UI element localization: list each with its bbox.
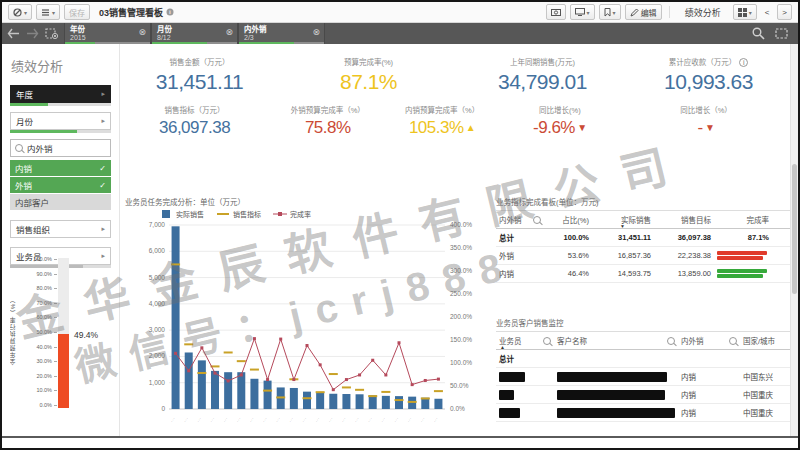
clear-selections-icon[interactable]: [45, 28, 58, 39]
bar-actual-sales[interactable]: [172, 226, 180, 409]
clear-filter-icon[interactable]: ⊗: [138, 27, 146, 37]
rate-point-marker[interactable]: [292, 378, 295, 381]
column-header-客户名称[interactable]: 客户名称: [554, 332, 678, 350]
rate-point-marker[interactable]: [187, 369, 190, 372]
cell-dimension[interactable]: 外销: [496, 247, 548, 265]
kpi-kpi_row1-1[interactable]: 销售金额（万元）31,451.11: [120, 56, 279, 94]
column-header-内外销[interactable]: 内外销: [678, 332, 740, 350]
cell-dimension[interactable]: 内销: [496, 265, 548, 283]
bar-actual-sales[interactable]: [211, 371, 219, 409]
list-menu-button[interactable]: ▾: [36, 4, 60, 20]
target-dash-marker[interactable]: [303, 397, 312, 399]
kpi-kpi_row1-3[interactable]: 上年同期销售(万元)34,799.01: [458, 56, 627, 94]
rate-point-marker[interactable]: [174, 352, 177, 355]
table-row[interactable]: 总计100.0%31,451.1136,097.3887.1%34,799.01: [496, 229, 800, 247]
target-dash-marker[interactable]: [329, 373, 338, 375]
search-icon[interactable]: [667, 337, 675, 345]
cell-salesperson[interactable]: [496, 404, 554, 422]
cell-type[interactable]: 内销: [678, 368, 740, 386]
rate-point-marker[interactable]: [319, 363, 322, 366]
bar-actual-sales[interactable]: [434, 399, 442, 409]
storytelling-button[interactable]: ▾: [570, 4, 595, 20]
bar-actual-sales[interactable]: [329, 394, 337, 409]
column-header-完成率[interactable]: 完成率: [714, 211, 772, 229]
filter-option-内部客户[interactable]: 内部客户: [10, 194, 111, 210]
search-icon[interactable]: [729, 337, 737, 345]
cell-type[interactable]: 内销: [678, 386, 740, 404]
target-dash-marker[interactable]: [250, 369, 259, 371]
target-completion-table[interactable]: 内外销占比(%)实际销售▼销售目标完成率上年同期总计100.0%31,451.1…: [496, 210, 800, 283]
filter-year[interactable]: 年度 ▸: [10, 85, 111, 103]
target-dash-marker[interactable]: [408, 401, 417, 403]
bookmarks-button[interactable]: ▾: [599, 4, 621, 20]
rate-point-marker[interactable]: [266, 378, 269, 381]
annual-budget-gauge[interactable]: 全年预算执行率（%） 100.0%90.0%80.0%70.0%60.0%50.…: [6, 256, 116, 426]
save-button[interactable]: 保存: [64, 4, 90, 20]
clear-filter-icon[interactable]: ⊗: [225, 27, 233, 37]
sheet-list-button[interactable]: ▾: [733, 4, 757, 20]
target-dash-marker[interactable]: [276, 396, 285, 398]
target-dash-marker[interactable]: [237, 360, 246, 362]
cell-customer-name[interactable]: [554, 368, 678, 386]
rate-point-marker[interactable]: [279, 338, 282, 341]
kpi-kpi_row2-3[interactable]: 内销预算完成率（%）105.3% ▲: [386, 104, 497, 138]
kpi-kpi_row2-1[interactable]: 销售指标（万元）36,097.38: [120, 104, 269, 138]
smart-search-icon[interactable]: [752, 27, 765, 40]
target-dash-marker[interactable]: [316, 391, 325, 393]
column-header-内外销[interactable]: 内外销: [496, 211, 548, 229]
cell-customer-name[interactable]: [554, 350, 678, 368]
bar-actual-sales[interactable]: [342, 394, 350, 409]
cell-salesperson[interactable]: 总计: [496, 350, 554, 368]
target-dash-marker[interactable]: [224, 351, 233, 353]
table-row[interactable]: 内销中国重庆: [496, 386, 800, 404]
target-dash-marker[interactable]: [395, 399, 404, 401]
salesperson-task-chart[interactable]: 业务员任务完成分析：单位（万元） 实际销售销售指标完成率 01,0002,000…: [125, 196, 493, 436]
filter-option-外销[interactable]: 外销✓: [10, 177, 111, 193]
selection-chip-月份[interactable]: 月份8/12⊗: [151, 23, 238, 44]
rate-point-marker[interactable]: [332, 388, 335, 391]
info-icon[interactable]: i: [166, 8, 174, 16]
bar-actual-sales[interactable]: [185, 352, 193, 409]
search-input[interactable]: 内外销: [10, 139, 111, 157]
table-row[interactable]: 内销中国重庆: [496, 404, 800, 422]
filter-sales-org[interactable]: 销售组织 ▸: [10, 220, 111, 238]
rate-point-marker[interactable]: [227, 379, 230, 382]
table-row[interactable]: 内销中国东兴: [496, 368, 800, 386]
bar-actual-sales[interactable]: [369, 395, 377, 409]
selection-chip-内外销[interactable]: 内外销2/3⊗: [238, 23, 325, 44]
target-dash-marker[interactable]: [434, 390, 443, 392]
target-dash-marker[interactable]: [381, 391, 390, 393]
bar-actual-sales[interactable]: [198, 360, 206, 409]
selections-back-icon[interactable]: [7, 28, 20, 39]
navigation-menu-button[interactable]: ▾: [8, 4, 32, 20]
cell-type[interactable]: [678, 350, 740, 368]
page-scrollbar[interactable]: [790, 44, 798, 436]
rate-point-marker[interactable]: [240, 373, 243, 376]
table-row[interactable]: 外销53.6%16,857.3622,238.3822,881.90: [496, 247, 800, 265]
rate-point-marker[interactable]: [411, 383, 414, 386]
rate-point-marker[interactable]: [306, 344, 309, 347]
bar-actual-sales[interactable]: [316, 392, 324, 409]
search-icon[interactable]: [533, 216, 541, 224]
rate-point-marker[interactable]: [200, 346, 203, 349]
target-dash-marker[interactable]: [368, 395, 377, 397]
target-dash-marker[interactable]: [171, 263, 180, 265]
cell-dimension[interactable]: 总计: [496, 229, 548, 247]
bar-actual-sales[interactable]: [237, 372, 245, 409]
selection-chip-年份[interactable]: 年份2015⊗: [64, 23, 151, 44]
bar-actual-sales[interactable]: [224, 372, 232, 409]
kpi-kpi_row2-2[interactable]: 外销预算完成率（%）75.8%: [269, 104, 386, 138]
target-dash-marker[interactable]: [342, 386, 351, 388]
rate-point-marker[interactable]: [214, 372, 217, 375]
column-header-销售目标[interactable]: 销售目标: [654, 211, 714, 229]
bar-actual-sales[interactable]: [290, 388, 298, 409]
target-dash-marker[interactable]: [197, 372, 206, 374]
cell-salesperson[interactable]: [496, 368, 554, 386]
target-dash-marker[interactable]: [184, 343, 193, 345]
bar-actual-sales[interactable]: [303, 392, 311, 409]
target-dash-marker[interactable]: [355, 389, 364, 391]
selections-tool-icon[interactable]: [775, 28, 788, 39]
table-row[interactable]: 内销46.4%14,593.7513,859.0011,917.11: [496, 265, 800, 283]
bar-actual-sales[interactable]: [395, 396, 403, 409]
bar-actual-sales[interactable]: [250, 379, 258, 409]
